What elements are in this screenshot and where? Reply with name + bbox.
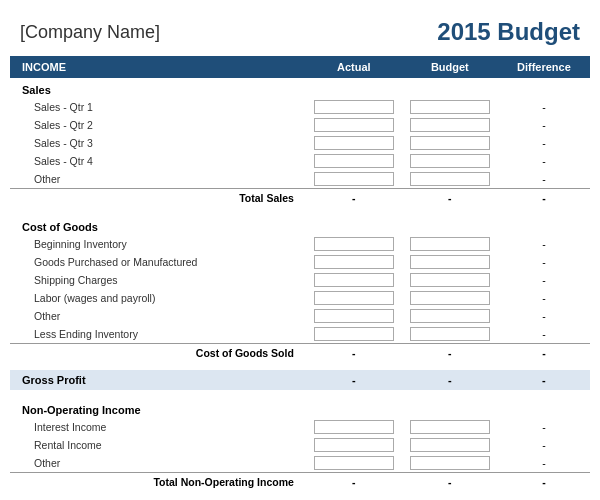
actual-input-non-op-other[interactable] (314, 456, 394, 470)
budget-input-other[interactable] (410, 172, 490, 186)
budget-input-non-op-other[interactable] (410, 456, 490, 470)
budget-input-sales-qtr1[interactable] (410, 100, 490, 114)
spacer (10, 390, 590, 398)
row-label: Less Ending Inventory (10, 325, 306, 344)
table-row: Sales - Qtr 2 - (10, 116, 590, 134)
gross-profit-row: Gross Profit - - - (10, 370, 590, 390)
table-row: Rental Income - (10, 436, 590, 454)
actual-input-shipping[interactable] (314, 273, 394, 287)
actual-input-sales-qtr3[interactable] (314, 136, 394, 150)
row-label: Sales - Qtr 4 (10, 152, 306, 170)
col-actual-header: Actual (306, 56, 402, 78)
page-header: [Company Name] 2015 Budget (10, 10, 590, 56)
actual-input-beg-inv[interactable] (314, 237, 394, 251)
total-sales-row: Total Sales - - - (10, 189, 590, 208)
budget-table: INCOME Actual Budget Difference Sales Sa… (10, 56, 590, 491)
shipping-charges-label: Shipping Charges (10, 271, 306, 289)
budget-input-interest[interactable] (410, 420, 490, 434)
row-label: Sales - Qtr 3 (10, 134, 306, 152)
col-income-header: INCOME (10, 56, 306, 78)
budget-input-shipping[interactable] (410, 273, 490, 287)
total-cogs-row: Cost of Goods Sold - - - (10, 344, 590, 363)
row-label: Labor (wages and payroll) (10, 289, 306, 307)
row-label: Other (10, 454, 306, 473)
table-row: Shipping Charges - (10, 271, 590, 289)
budget-input-rental[interactable] (410, 438, 490, 452)
table-row: Less Ending Inventory - (10, 325, 590, 344)
table-header-row: INCOME Actual Budget Difference (10, 56, 590, 78)
actual-input-sales-qtr4[interactable] (314, 154, 394, 168)
spacer (10, 207, 590, 215)
budget-input-goods-purch[interactable] (410, 255, 490, 269)
cogs-section-label: Cost of Goods (10, 215, 590, 235)
row-label: Other (10, 170, 306, 189)
actual-input-cogs-other[interactable] (314, 309, 394, 323)
actual-input-end-inv[interactable] (314, 327, 394, 341)
table-row: Other - (10, 307, 590, 325)
non-op-section-label: Non-Operating Income (10, 398, 590, 418)
budget-input-labor[interactable] (410, 291, 490, 305)
budget-title: 2015 Budget (437, 18, 580, 46)
spacer (10, 362, 590, 370)
total-non-op-row: Total Non-Operating Income - - - (10, 473, 590, 492)
row-label: Other (10, 307, 306, 325)
actual-input-labor[interactable] (314, 291, 394, 305)
table-row: Labor (wages and payroll) - (10, 289, 590, 307)
table-row: Sales - Qtr 1 - (10, 98, 590, 116)
table-row: Other - (10, 170, 590, 189)
row-label: Interest Income (10, 418, 306, 436)
actual-input-sales-qtr1[interactable] (314, 100, 394, 114)
table-row: Sales - Qtr 3 - (10, 134, 590, 152)
actual-input-interest[interactable] (314, 420, 394, 434)
budget-input-sales-qtr2[interactable] (410, 118, 490, 132)
actual-input-rental[interactable] (314, 438, 394, 452)
row-label: Sales - Qtr 1 (10, 98, 306, 116)
col-budget-header: Budget (402, 56, 498, 78)
gross-profit-label: Gross Profit (10, 370, 306, 390)
budget-input-cogs-other[interactable] (410, 309, 490, 323)
budget-input-sales-qtr3[interactable] (410, 136, 490, 150)
row-label: Beginning Inventory (10, 235, 306, 253)
table-row: Goods Purchased or Manufactured - (10, 253, 590, 271)
row-label: Rental Income (10, 436, 306, 454)
table-row: Sales - Qtr 4 - (10, 152, 590, 170)
table-row: Other - (10, 454, 590, 473)
company-name: [Company Name] (20, 22, 160, 43)
actual-input-other[interactable] (314, 172, 394, 186)
table-row: Interest Income - (10, 418, 590, 436)
actual-input-sales-qtr2[interactable] (314, 118, 394, 132)
sales-section-label: Sales (10, 78, 590, 98)
row-label: Goods Purchased or Manufactured (10, 253, 306, 271)
budget-input-sales-qtr4[interactable] (410, 154, 490, 168)
table-row: Beginning Inventory - (10, 235, 590, 253)
col-difference-header: Difference (498, 56, 590, 78)
actual-input-goods-purch[interactable] (314, 255, 394, 269)
budget-input-end-inv[interactable] (410, 327, 490, 341)
row-label: Sales - Qtr 2 (10, 116, 306, 134)
budget-input-beg-inv[interactable] (410, 237, 490, 251)
